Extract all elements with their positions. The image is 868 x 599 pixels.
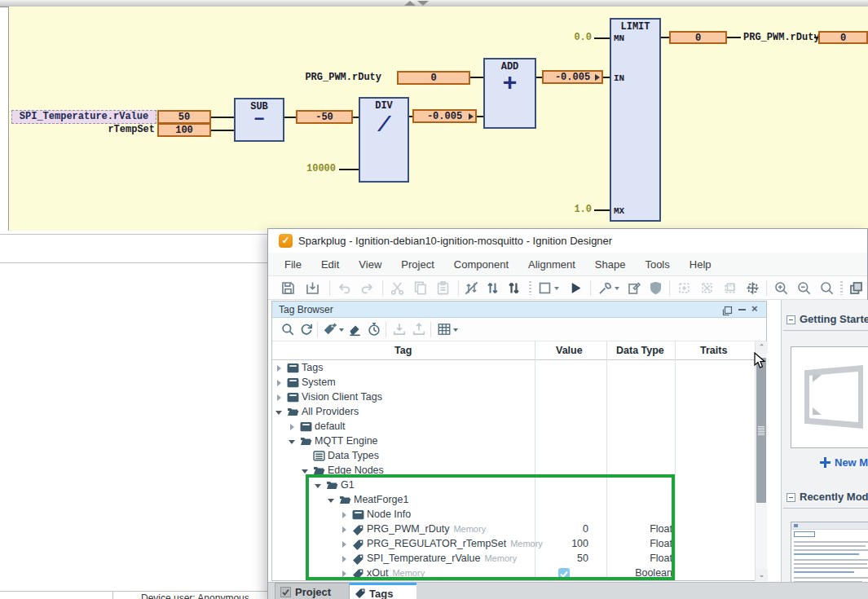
tree-row-meatforge1[interactable]: MeatForge1 [272, 493, 753, 508]
dropdown-caret-icon[interactable] [554, 287, 559, 290]
menu-alignment[interactable]: Alignment [518, 258, 585, 271]
collapse-arrow-icon[interactable] [302, 469, 308, 473]
import-icon[interactable] [392, 322, 407, 337]
value-box[interactable]: 0 [669, 31, 727, 44]
search-icon[interactable] [280, 322, 295, 337]
tree-row-system[interactable]: System [272, 376, 753, 390]
columns-icon[interactable] [437, 322, 452, 337]
collapse-arrow-icon[interactable] [315, 484, 321, 488]
menu-view[interactable]: View [349, 258, 391, 271]
close-panel-icon[interactable]: × [751, 302, 762, 313]
shape-tool-icon[interactable] [537, 280, 553, 296]
tree-row-data-types[interactable]: Data Types [272, 449, 753, 464]
column-value[interactable]: Value [556, 345, 583, 356]
tree-row-all-providers[interactable]: All Providers [272, 405, 753, 420]
size-to-fit-icon[interactable] [676, 280, 692, 296]
dropdown-caret-icon[interactable] [453, 328, 458, 332]
save-all-icon[interactable] [305, 280, 320, 296]
minimize-panel-icon[interactable] [738, 309, 746, 311]
comm-off-icon[interactable] [464, 280, 479, 296]
value-box[interactable]: 0 [397, 71, 470, 85]
collapse-section-icon[interactable] [786, 315, 795, 324]
expand-arrow-icon[interactable] [342, 526, 346, 533]
variable-label[interactable]: rTempSet [73, 124, 155, 135]
value-box[interactable]: 0 [818, 31, 868, 44]
dropdown-caret-icon[interactable] [615, 287, 619, 290]
tag-browser-header[interactable]: Tag Browser × [272, 302, 766, 318]
comm-read-icon[interactable] [485, 280, 500, 296]
add-block[interactable]: ADD + [483, 58, 536, 129]
getting-started-header[interactable]: Getting Started [800, 313, 868, 325]
recently-modified-header[interactable]: Recently Modif [800, 491, 868, 503]
cut-icon[interactable] [390, 280, 405, 296]
save-icon[interactable] [280, 280, 296, 296]
float-panel-icon[interactable] [722, 305, 733, 315]
plus-icon[interactable] [820, 457, 831, 468]
delete-icon[interactable] [347, 322, 362, 337]
tree-row-spi-temperature-rvalue[interactable]: SPI_Temperature_rValueMemory50Float [272, 552, 753, 566]
menu-shape[interactable]: Shape [585, 258, 636, 271]
variable-label-selected[interactable]: SPI_Temperature.rValue [11, 110, 156, 124]
edit-config-icon[interactable] [627, 280, 642, 296]
value-box[interactable]: 100 [157, 123, 211, 137]
tree-row-edge-nodes[interactable]: Edge Nodes [272, 464, 753, 478]
tree-row-xout[interactable]: xOutMemoryBoolean [272, 566, 753, 581]
tag-value[interactable]: 100 [523, 538, 588, 549]
constant[interactable]: 0.0 [559, 32, 592, 43]
expand-arrow-icon[interactable] [277, 394, 281, 401]
value-box[interactable]: 50 [157, 110, 211, 124]
tree-row-g1[interactable]: G1 [272, 478, 753, 493]
menu-file[interactable]: File [275, 258, 311, 271]
paste-icon[interactable] [435, 280, 451, 296]
value-box[interactable]: -0.005 [412, 109, 477, 123]
collapse-arrow-icon[interactable] [275, 411, 282, 415]
wrench-icon[interactable] [597, 280, 613, 296]
export-icon[interactable] [412, 322, 426, 337]
sub-block[interactable]: SUB − [234, 98, 284, 142]
vertical-scrollbar[interactable]: ⌃ ⌄ [755, 341, 767, 581]
expand-arrow-icon[interactable] [342, 541, 346, 548]
splitter-up-icon[interactable] [404, 1, 416, 6]
constant[interactable]: 10000 [293, 163, 336, 174]
timer-icon[interactable] [367, 322, 381, 337]
expand-arrow-icon[interactable] [342, 512, 346, 518]
new-window-link[interactable]: New M [835, 456, 868, 469]
dropdown-caret-icon[interactable] [339, 328, 344, 332]
tree-row-tags[interactable]: Tags [272, 361, 753, 376]
tree-row-mqtt-engine[interactable]: MQTT Engine [272, 434, 753, 449]
menu-edit[interactable]: Edit [311, 258, 349, 271]
expand-arrow-icon[interactable] [277, 380, 281, 386]
expand-arrow-icon[interactable] [277, 365, 281, 372]
tab-project[interactable]: Project [275, 583, 350, 599]
tag-value[interactable]: 50 [523, 553, 588, 564]
comm-read-write-icon[interactable] [506, 280, 522, 296]
document-preview-thumbnail[interactable] [791, 522, 868, 587]
limit-block[interactable]: LIMIT MN IN MX [610, 18, 661, 222]
zoom-in-icon[interactable] [773, 280, 789, 296]
value-box[interactable]: -0.005 [542, 70, 603, 84]
menu-help[interactable]: Help [680, 258, 721, 271]
refresh-icon[interactable] [299, 322, 314, 337]
tab-tags[interactable]: Tags [350, 583, 416, 599]
splitter-down-icon[interactable] [417, 1, 429, 6]
expand-arrow-icon[interactable] [290, 424, 294, 430]
tag-value[interactable]: 0 [523, 523, 588, 535]
div-block[interactable]: DIV / [359, 97, 409, 183]
collapse-section-icon[interactable] [786, 493, 795, 502]
tree-row-node-info[interactable]: Node Info [272, 508, 753, 522]
boolean-checkbox[interactable] [558, 568, 570, 579]
play-icon[interactable] [568, 280, 584, 296]
redo-icon[interactable] [359, 280, 375, 296]
expand-arrow-icon[interactable] [342, 570, 346, 577]
zoom-out-icon[interactable] [796, 280, 812, 296]
tree-row-vision-client-tags[interactable]: Vision Client Tags [272, 390, 753, 405]
size-expand-icon[interactable] [699, 280, 715, 296]
zoom-reset-icon[interactable] [819, 280, 835, 296]
menu-tools[interactable]: Tools [635, 258, 679, 271]
tree-row-default[interactable]: default [272, 420, 753, 434]
expand-arrow-icon[interactable] [342, 556, 346, 562]
layers-icon[interactable] [848, 280, 864, 296]
constant[interactable]: 1.0 [559, 204, 592, 215]
menu-component[interactable]: Component [444, 258, 518, 271]
add-tag-icon[interactable] [323, 322, 337, 337]
